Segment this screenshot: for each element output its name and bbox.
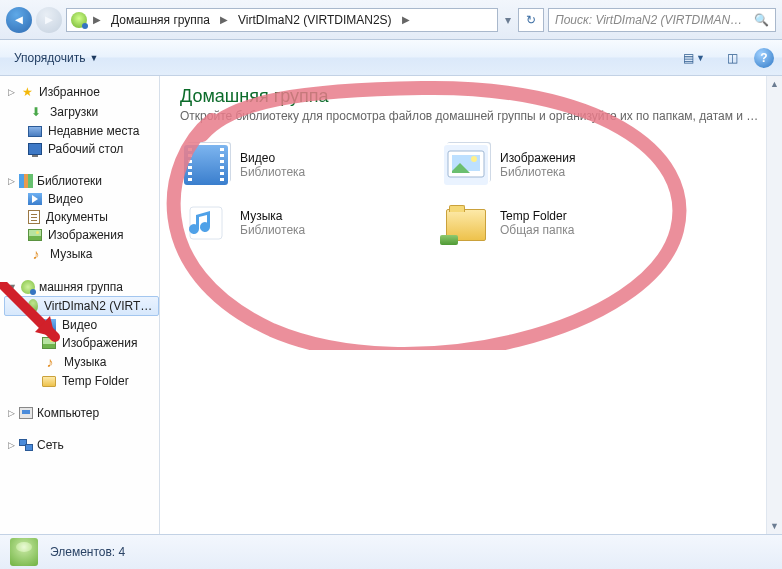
organize-label: Упорядочить — [14, 51, 85, 65]
scroll-down-button[interactable]: ▼ — [767, 518, 782, 534]
sidebar-item-music[interactable]: Музыка — [4, 244, 159, 264]
homegroup-icon — [21, 280, 35, 294]
video-icon — [42, 319, 56, 331]
breadcrumb-node[interactable]: VirtDImaN2 (VIRTDIMAN2S) — [234, 13, 396, 27]
computer-group: ▷ Компьютер — [4, 404, 159, 422]
video-library-icon — [184, 145, 228, 185]
chevron-right-icon[interactable]: ▶ — [218, 14, 230, 25]
item-name: Temp Folder — [500, 209, 574, 223]
music-icon — [42, 354, 58, 370]
item-type: Общая папка — [500, 223, 574, 237]
pane-icon: ◫ — [727, 51, 738, 65]
homegroup-group: ▼ машняя группа VirtDImaN2 (VIRTDIMAN2S)… — [4, 278, 159, 390]
page-title: Домашняя группа — [180, 86, 766, 107]
sidebar-item-user-tempfolder[interactable]: Temp Folder — [4, 372, 159, 390]
command-bar: Упорядочить ▼ ▤ ▼ ◫ ? — [0, 40, 782, 76]
svg-point-2 — [471, 156, 477, 162]
breadcrumb-root[interactable]: Домашняя группа — [107, 13, 214, 27]
view-options-button[interactable]: ▤ ▼ — [677, 49, 711, 67]
network-label: Сеть — [37, 438, 64, 452]
chevron-down-icon: ▼ — [696, 53, 705, 63]
image-icon — [42, 337, 56, 349]
search-placeholder: Поиск: VirtDImaN2 (VIRTDIMAN2S) — [555, 13, 748, 27]
item-type: Библиотека — [500, 165, 575, 179]
item-name: Видео — [240, 151, 305, 165]
video-icon — [28, 193, 42, 205]
nav-back-button[interactable]: ◄ — [6, 7, 32, 33]
chevron-right-icon[interactable]: ▶ — [400, 14, 412, 25]
star-icon — [19, 84, 35, 100]
vertical-scrollbar[interactable]: ▲ ▼ — [766, 76, 782, 534]
sidebar-item-user[interactable]: VirtDImaN2 (VIRTDIMAN2S) — [4, 296, 159, 316]
status-bar: Элементов: 4 — [0, 534, 782, 569]
refresh-button[interactable]: ↻ — [518, 8, 544, 32]
network-header[interactable]: ▷ Сеть — [4, 436, 159, 454]
scroll-up-button[interactable]: ▲ — [767, 76, 782, 92]
computer-icon — [19, 407, 33, 419]
document-icon — [28, 210, 40, 224]
sidebar-item-downloads[interactable]: Загрузки — [4, 102, 159, 122]
network-icon — [19, 439, 33, 451]
computer-label: Компьютер — [37, 406, 99, 420]
sidebar-item-user-music[interactable]: Музыка — [4, 352, 159, 372]
image-library-icon — [444, 145, 488, 185]
libraries-header[interactable]: ▷ Библиотеки — [4, 172, 159, 190]
titlebar: ◄ ► ▶ Домашняя группа ▶ VirtDImaN2 (VIRT… — [0, 0, 782, 40]
organize-menu[interactable]: Упорядочить ▼ — [8, 47, 104, 69]
address-dropdown[interactable]: ▾ — [502, 13, 514, 27]
sidebar-item-images[interactable]: Изображения — [4, 226, 159, 244]
content-pane: Домашняя группа Откройте библиотеку для … — [160, 76, 782, 534]
item-music[interactable]: Музыка Библиотека — [180, 199, 430, 247]
sidebar-item-user-images[interactable]: Изображения — [4, 334, 159, 352]
collapse-icon[interactable]: ▷ — [8, 87, 15, 97]
search-icon[interactable]: 🔍 — [754, 13, 769, 27]
homegroup-header[interactable]: ▼ машняя группа — [4, 278, 159, 296]
item-type: Библиотека — [240, 223, 305, 237]
page-subtitle: Откройте библиотеку для просмотра файлов… — [180, 109, 766, 123]
recent-icon — [28, 126, 42, 137]
favorites-group: ▷ Избранное Загрузки Недавние места Рабо… — [4, 82, 159, 158]
expand-icon[interactable]: ▷ — [8, 408, 15, 418]
main-split: ▷ Избранное Загрузки Недавние места Рабо… — [0, 76, 782, 534]
view-icon: ▤ — [683, 51, 694, 65]
item-images[interactable]: Изображения Библиотека — [440, 141, 690, 189]
item-type: Библиотека — [240, 165, 305, 179]
sidebar-item-user-videos[interactable]: Видео — [4, 316, 159, 334]
computer-header[interactable]: ▷ Компьютер — [4, 404, 159, 422]
nav-forward-button[interactable]: ► — [36, 7, 62, 33]
network-group: ▷ Сеть — [4, 436, 159, 454]
homegroup-icon — [71, 12, 87, 28]
shared-folder-icon — [444, 203, 488, 243]
help-button[interactable]: ? — [754, 48, 774, 68]
sidebar-item-recent[interactable]: Недавние места — [4, 122, 159, 140]
navigation-pane: ▷ Избранное Загрузки Недавние места Рабо… — [0, 76, 160, 534]
sidebar-item-documents[interactable]: Документы — [4, 208, 159, 226]
chevron-down-icon: ▼ — [89, 53, 98, 63]
item-name: Изображения — [500, 151, 575, 165]
search-input[interactable]: Поиск: VirtDImaN2 (VIRTDIMAN2S) 🔍 — [548, 8, 776, 32]
image-icon — [28, 229, 42, 241]
sidebar-item-desktop[interactable]: Рабочий стол — [4, 140, 159, 158]
item-grid: Видео Библиотека Изображения Библиотека — [180, 141, 766, 247]
item-videos[interactable]: Видео Библиотека — [180, 141, 430, 189]
collapse-icon[interactable]: ▷ — [8, 176, 15, 186]
address-bar[interactable]: ▶ Домашняя группа ▶ VirtDImaN2 (VIRTDIMA… — [66, 8, 498, 32]
desktop-icon — [28, 143, 42, 155]
expand-icon[interactable]: ▷ — [8, 440, 15, 450]
preview-pane-button[interactable]: ◫ — [721, 49, 744, 67]
libraries-label: Библиотеки — [37, 174, 102, 188]
item-name: Музыка — [240, 209, 305, 223]
item-tempfolder[interactable]: Temp Folder Общая папка — [440, 199, 690, 247]
music-icon — [28, 246, 44, 262]
sidebar-item-videos[interactable]: Видео — [4, 190, 159, 208]
expand-icon[interactable]: ▼ — [8, 282, 17, 292]
user-icon — [28, 299, 38, 313]
folder-icon — [42, 376, 56, 387]
status-text: Элементов: 4 — [50, 545, 125, 559]
chevron-right-icon[interactable]: ▶ — [91, 14, 103, 25]
libraries-icon — [19, 174, 33, 188]
libraries-group: ▷ Библиотеки Видео Документы Изображения… — [4, 172, 159, 264]
favorites-header[interactable]: ▷ Избранное — [4, 82, 159, 102]
homegroup-label: машняя группа — [39, 280, 123, 294]
downloads-icon — [28, 104, 44, 120]
